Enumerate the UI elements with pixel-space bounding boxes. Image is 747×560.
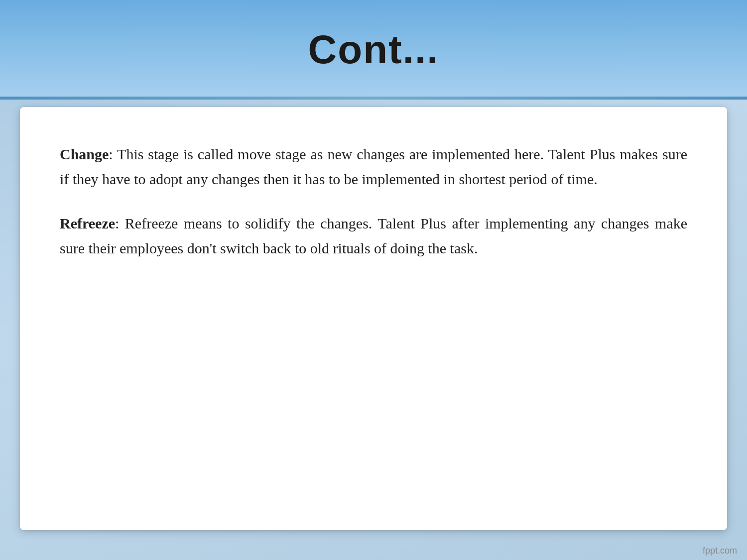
footer-branding: fppt.com [703, 546, 737, 556]
content-area: Change: This stage is called move stage … [20, 107, 727, 530]
term-change: Change [60, 146, 109, 162]
paragraph-refreeze: Refreeze: Refreeze means to solidify the… [60, 211, 687, 260]
slide-container: Cont... Change: This stage is called mov… [0, 0, 747, 560]
paragraph-change-body: This stage is called move stage as new c… [60, 146, 687, 187]
paragraph-change: Change: This stage is called move stage … [60, 142, 687, 191]
paragraph-refreeze-body: Refreeze means to solidify the changes. … [60, 215, 687, 256]
term-refreeze: Refreeze [60, 215, 115, 231]
term-change-suffix: : [109, 146, 113, 162]
footer-text: fppt.com [703, 546, 737, 556]
header-area: Cont... [0, 0, 747, 100]
slide-title: Cont... [308, 27, 439, 73]
